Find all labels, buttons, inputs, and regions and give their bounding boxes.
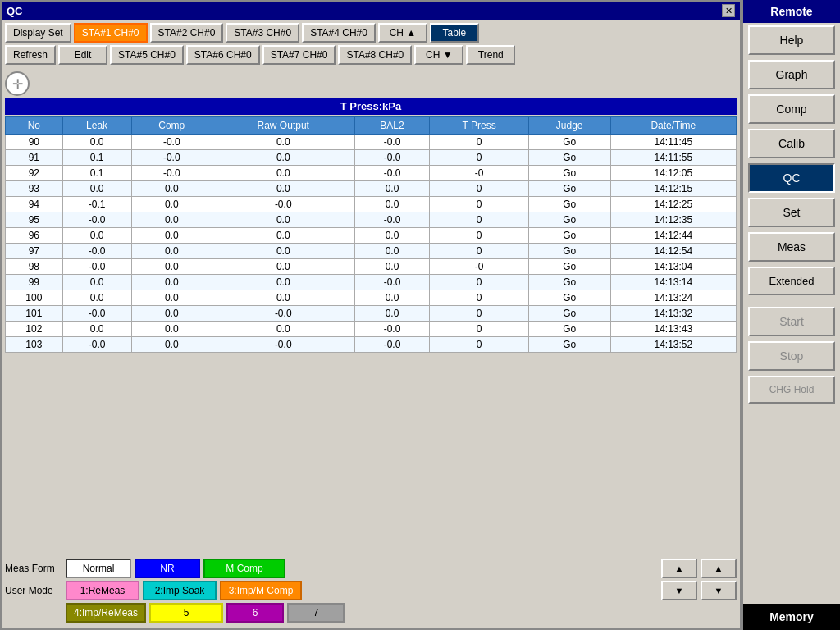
table-cell: 14:13:32 bbox=[610, 306, 736, 322]
table-cell: 0.0 bbox=[354, 290, 430, 306]
sta3-ch0-button[interactable]: STA#3 CH#0 bbox=[226, 23, 299, 43]
user-mode-5-button[interactable]: 5 bbox=[149, 603, 223, 623]
table-cell: Go bbox=[528, 275, 610, 290]
table-cell: 0 bbox=[430, 244, 528, 259]
sta5-ch0-button[interactable]: STA#5 CH#0 bbox=[110, 45, 184, 65]
table-cell: -0.0 bbox=[62, 259, 131, 275]
table-cell: 0.0 bbox=[212, 259, 354, 275]
table-cell: 0.0 bbox=[212, 244, 354, 259]
m-comp-button[interactable]: M Comp bbox=[203, 559, 285, 578]
table-cell: 0.0 bbox=[212, 181, 354, 197]
table-cell: 14:12:35 bbox=[610, 212, 736, 228]
table-cell: 14:13:43 bbox=[610, 322, 736, 337]
table-row: 97-0.00.00.00.00Go14:12:54 bbox=[6, 244, 737, 259]
table-cell: -0.0 bbox=[131, 166, 212, 181]
user-mode-1-button[interactable]: 1:ReMeas bbox=[66, 581, 139, 600]
table-cell: -0 bbox=[430, 166, 528, 181]
table-cell: 14:11:55 bbox=[610, 150, 736, 166]
table-cell: 0.0 bbox=[131, 306, 212, 322]
chg-hold-button[interactable]: CHG Hold bbox=[748, 376, 835, 404]
comp-button[interactable]: Comp bbox=[748, 94, 835, 124]
table-cell: -0.0 bbox=[354, 135, 430, 150]
table-cell: 0.0 bbox=[62, 275, 131, 290]
ch-up-button[interactable]: CH ▲ bbox=[378, 23, 427, 43]
table-cell: 0.0 bbox=[212, 212, 354, 228]
table-cell: -0.0 bbox=[62, 212, 131, 228]
sta8-ch0-button[interactable]: STA#8 CH#0 bbox=[338, 45, 412, 65]
memory-button[interactable]: Memory bbox=[743, 604, 840, 630]
table-cell: 0.0 bbox=[212, 275, 354, 290]
table-cell: 0.0 bbox=[62, 135, 131, 150]
help-button[interactable]: Help bbox=[748, 25, 835, 55]
scroll-arrows-bottom: ▼ ▼ bbox=[661, 581, 737, 600]
table-area: ✛ T Press:kPa No Leak Comp Raw Output bbox=[2, 68, 740, 555]
table-cell: 14:11:45 bbox=[610, 135, 736, 150]
table-cell: -0.0 bbox=[354, 322, 430, 337]
table-cell: 100 bbox=[6, 290, 63, 306]
close-button[interactable]: ✕ bbox=[722, 4, 735, 17]
user-mode-6-button[interactable]: 6 bbox=[226, 603, 284, 623]
bottom-section: Meas Form Normal NR M Comp ▲ ▲ User Mode… bbox=[2, 555, 740, 628]
user-mode-3-button[interactable]: 3:Imp/M Comp bbox=[220, 581, 302, 600]
sta4-ch0-button[interactable]: STA#4 CH#0 bbox=[302, 23, 376, 43]
display-set-button[interactable]: Display Set bbox=[5, 23, 71, 43]
edit-button[interactable]: Edit bbox=[58, 45, 107, 65]
table-cell: 90 bbox=[6, 135, 63, 150]
table-button[interactable]: Table bbox=[430, 23, 479, 43]
user-mode-7-button[interactable]: 7 bbox=[287, 603, 345, 623]
table-cell: Go bbox=[528, 150, 610, 166]
sta6-ch0-button[interactable]: STA#6 CH#0 bbox=[186, 45, 260, 65]
scroll-up-large-button[interactable]: ▲ bbox=[661, 559, 697, 578]
table-cell: Go bbox=[528, 197, 610, 212]
nr-button[interactable]: NR bbox=[135, 559, 200, 578]
sta1-ch0-button[interactable]: STA#1 CH#0 bbox=[74, 23, 148, 43]
table-cell: -0.0 bbox=[62, 306, 131, 322]
table-cell: 0 bbox=[430, 275, 528, 290]
table-cell: 14:13:04 bbox=[610, 259, 736, 275]
data-table-scroll[interactable]: No Leak Comp Raw Output BAL2 T Press Jud… bbox=[5, 116, 737, 551]
trend-button[interactable]: Trend bbox=[466, 45, 515, 65]
table-cell: 0.0 bbox=[62, 181, 131, 197]
graph-button[interactable]: Graph bbox=[748, 60, 835, 89]
ch-down-button[interactable]: CH ▼ bbox=[414, 45, 463, 65]
table-cell: 99 bbox=[6, 275, 63, 290]
data-table: No Leak Comp Raw Output BAL2 T Press Jud… bbox=[5, 116, 737, 353]
scroll-down-large-button[interactable]: ▼ bbox=[661, 581, 697, 600]
scroll-down-small-button[interactable]: ▼ bbox=[701, 581, 737, 600]
table-cell: 93 bbox=[6, 181, 63, 197]
table-cell: -0.0 bbox=[212, 337, 354, 353]
meas-button[interactable]: Meas bbox=[748, 232, 835, 262]
table-cell: 0.0 bbox=[354, 228, 430, 244]
table-cell: 0.0 bbox=[212, 135, 354, 150]
table-cell: 0.0 bbox=[354, 197, 430, 212]
sta7-ch0-button[interactable]: STA#7 CH#0 bbox=[262, 45, 336, 65]
table-cell: 0.0 bbox=[212, 150, 354, 166]
scroll-up-small-button[interactable]: ▲ bbox=[701, 559, 737, 578]
table-cell: 14:13:14 bbox=[610, 275, 736, 290]
compass-header: ✛ bbox=[5, 71, 737, 96]
table-cell: 101 bbox=[6, 306, 63, 322]
col-judge: Judge bbox=[528, 117, 610, 135]
table-cell: 14:12:54 bbox=[610, 244, 736, 259]
stop-button[interactable]: Stop bbox=[748, 341, 835, 371]
refresh-button[interactable]: Refresh bbox=[5, 45, 56, 65]
table-cell: -0 bbox=[430, 259, 528, 275]
extended-button[interactable]: Extended bbox=[748, 267, 835, 295]
col-leak: Leak bbox=[62, 117, 131, 135]
sta2-ch0-button[interactable]: STA#2 CH#0 bbox=[150, 23, 224, 43]
qc-button[interactable]: QC bbox=[748, 163, 835, 193]
table-cell: 0 bbox=[430, 306, 528, 322]
normal-button[interactable]: Normal bbox=[66, 559, 131, 578]
table-cell: Go bbox=[528, 244, 610, 259]
user-mode-4-button[interactable]: 4:Imp/ReMeas bbox=[66, 603, 146, 623]
table-cell: -0.0 bbox=[354, 166, 430, 181]
table-cell: 0 bbox=[430, 290, 528, 306]
table-cell: 0.0 bbox=[131, 197, 212, 212]
table-cell: 97 bbox=[6, 244, 63, 259]
table-cell: 0.0 bbox=[212, 290, 354, 306]
user-mode-2-button[interactable]: 2:Imp Soak bbox=[143, 581, 217, 600]
toolbar: Display Set STA#1 CH#0 STA#2 CH#0 STA#3 … bbox=[2, 20, 740, 68]
calib-button[interactable]: Calib bbox=[748, 129, 835, 158]
start-button[interactable]: Start bbox=[748, 307, 835, 336]
set-button[interactable]: Set bbox=[748, 198, 835, 227]
